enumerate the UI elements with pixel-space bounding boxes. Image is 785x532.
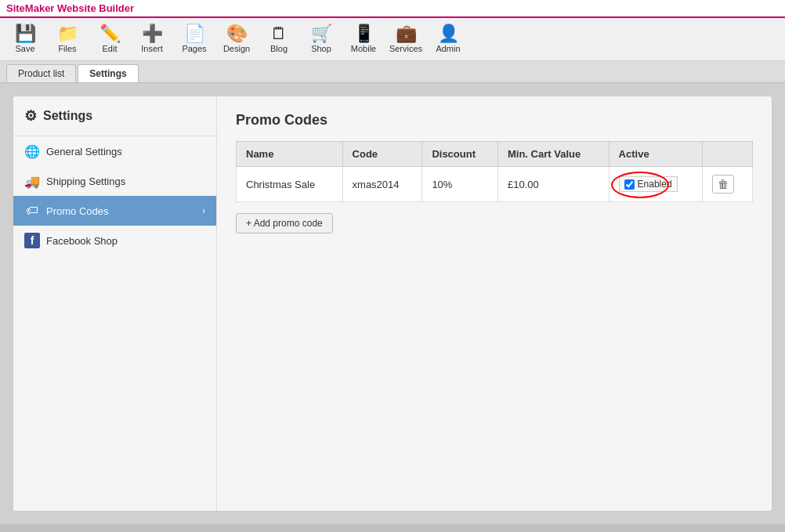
save-label: Save	[15, 44, 34, 53]
sidebar-item-shipping-settings[interactable]: 🚚Shipping Settings	[13, 166, 216, 196]
mobile-icon: 📱	[353, 25, 374, 42]
admin-label: Admin	[436, 44, 460, 53]
mobile-label: Mobile	[351, 44, 376, 53]
col-header-5	[703, 142, 753, 167]
table-row: Christmas Salexmas201410%£10.00 Enabled …	[237, 167, 753, 202]
sidebar-heading: Settings	[43, 109, 92, 123]
section-title: Promo Codes	[236, 112, 753, 128]
toolbar-btn-shop[interactable]: 🛒Shop	[301, 21, 342, 57]
col-header-0: Name	[237, 142, 343, 167]
insert-label: Insert	[141, 44, 163, 53]
cell-delete: 🗑	[703, 167, 753, 202]
blog-icon: 🗒	[270, 25, 288, 42]
sidebar-item-label: Promo Codes	[46, 205, 108, 217]
services-label: Services	[389, 44, 422, 53]
sidebar-item-label: General Settings	[46, 146, 122, 157]
chevron-icon: ›	[202, 205, 205, 216]
content-area: Promo Codes NameCodeDiscountMin. Cart Va…	[217, 96, 772, 511]
toolbar-btn-pages[interactable]: 📄Pages	[174, 21, 215, 57]
files-icon: 📁	[57, 25, 78, 42]
toolbar-btn-insert[interactable]: ➕Insert	[132, 21, 172, 57]
col-header-3: Min. Cart Value	[497, 142, 609, 167]
edit-icon: ✏️	[99, 25, 121, 42]
main-content: ⚙ Settings 🌐General Settings🚚Shipping Se…	[0, 83, 785, 524]
sidebar-item-general-settings[interactable]: 🌐General Settings	[13, 136, 216, 166]
cell-name: Christmas Sale	[237, 167, 343, 202]
app-title: SiteMaker Website Builder	[6, 2, 134, 14]
shop-label: Shop	[311, 44, 331, 53]
delete-button[interactable]: 🗑	[712, 175, 734, 194]
table-body: Christmas Salexmas201410%£10.00 Enabled …	[237, 167, 753, 202]
design-icon: 🎨	[226, 25, 248, 42]
sidebar: ⚙ Settings 🌐General Settings🚚Shipping Se…	[13, 96, 217, 511]
sidebar-title: ⚙ Settings	[13, 107, 216, 136]
edit-label: Edit	[103, 44, 118, 53]
toolbar-btn-design[interactable]: 🎨Design	[216, 21, 257, 57]
sidebar-item-facebook-shop[interactable]: fFacebook Shop	[13, 226, 216, 255]
enabled-badge[interactable]: Enabled	[619, 176, 678, 192]
tab-product-list[interactable]: Product list	[6, 64, 76, 82]
gear-icon: ⚙	[24, 107, 37, 125]
col-header-2: Discount	[422, 142, 498, 167]
design-label: Design	[223, 44, 250, 53]
shop-icon: 🛒	[311, 25, 332, 42]
col-header-1: Code	[342, 142, 422, 167]
facebook-shop-icon: f	[24, 233, 40, 248]
tab-settings[interactable]: Settings	[78, 64, 138, 82]
promo-codes-icon: 🏷	[24, 203, 40, 219]
enabled-label: Enabled	[638, 179, 672, 190]
shipping-settings-icon: 🚚	[24, 173, 40, 189]
insert-icon: ➕	[142, 25, 163, 42]
files-label: Files	[58, 44, 76, 53]
toolbar-btn-blog[interactable]: 🗒Blog	[259, 21, 299, 57]
cell-min-cart: £10.00	[497, 167, 609, 202]
enabled-circle-annotation: Enabled	[619, 176, 678, 192]
promo-table: NameCodeDiscountMin. Cart ValueActive Ch…	[236, 141, 753, 202]
cell-discount: 10%	[422, 167, 498, 202]
blog-label: Blog	[270, 44, 288, 53]
col-header-4: Active	[609, 142, 703, 167]
pages-icon: 📄	[184, 25, 205, 42]
toolbar: 💾Save📁Files✏️Edit➕Insert📄Pages🎨Design🗒Bl…	[0, 18, 785, 61]
sidebar-item-promo-codes[interactable]: 🏷Promo Codes›	[13, 196, 216, 226]
toolbar-btn-files[interactable]: 📁Files	[47, 21, 88, 57]
admin-icon: 👤	[438, 25, 459, 42]
sidebar-item-label: Facebook Shop	[46, 235, 118, 247]
save-icon: 💾	[15, 25, 36, 42]
pages-label: Pages	[182, 44, 206, 53]
title-bar: SiteMaker Website Builder	[0, 0, 785, 18]
toolbar-btn-services[interactable]: 💼Services	[385, 21, 426, 57]
cell-active: Enabled	[609, 167, 703, 202]
panel: ⚙ Settings 🌐General Settings🚚Shipping Se…	[13, 96, 772, 512]
sidebar-item-label: Shipping Settings	[46, 176, 125, 187]
cell-code: xmas2014	[342, 167, 422, 202]
active-checkbox[interactable]	[624, 179, 635, 190]
tab-bar: Product listSettings	[0, 61, 785, 83]
toolbar-btn-admin[interactable]: 👤Admin	[428, 21, 468, 57]
table-header: NameCodeDiscountMin. Cart ValueActive	[237, 142, 753, 167]
toolbar-btn-save[interactable]: 💾Save	[5, 21, 45, 57]
services-icon: 💼	[396, 25, 417, 42]
toolbar-btn-edit[interactable]: ✏️Edit	[89, 21, 130, 57]
toolbar-btn-mobile[interactable]: 📱Mobile	[343, 21, 384, 57]
general-settings-icon: 🌐	[24, 143, 40, 159]
add-promo-button[interactable]: + Add promo code	[236, 213, 333, 233]
